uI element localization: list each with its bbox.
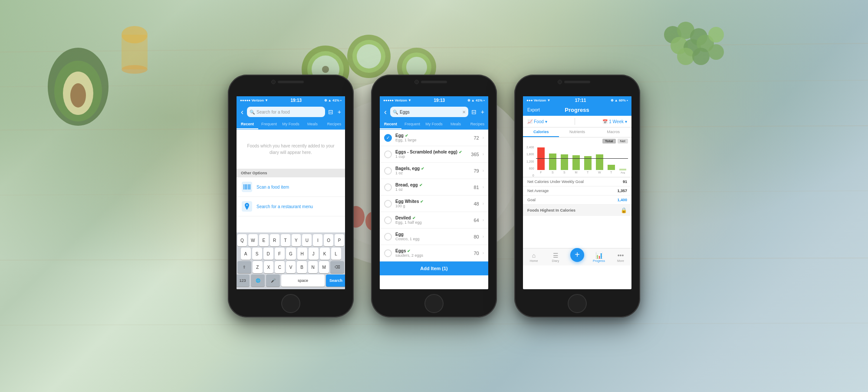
check-circle-1[interactable]: ✓ xyxy=(384,134,392,142)
search-icon-1: 🔍 xyxy=(250,110,255,114)
search-box-1[interactable]: 🔍 Search for a food xyxy=(247,107,325,117)
check-circle-8[interactable] xyxy=(384,249,392,257)
restaurant-menu-option[interactable]: Search for a restaurant menu xyxy=(237,197,345,216)
back-button-1[interactable]: ‹ xyxy=(239,108,245,117)
key-l[interactable]: L xyxy=(331,248,341,260)
add-plus-button[interactable]: + xyxy=(570,248,584,262)
food-arrow-4[interactable]: › xyxy=(483,185,484,189)
home-button-2[interactable] xyxy=(424,294,444,313)
check-circle-6[interactable] xyxy=(384,216,392,224)
key-h[interactable]: H xyxy=(297,248,307,260)
tab-recent-2[interactable]: Recent xyxy=(380,120,401,129)
food-item-1[interactable]: ✓ Egg ✔ Egg, 1 large 72 › xyxy=(380,130,488,146)
check-circle-2[interactable] xyxy=(384,150,392,158)
scan-food-option[interactable]: Scan a food item xyxy=(237,177,345,197)
add-icon-2[interactable]: + xyxy=(480,108,486,115)
key-n[interactable]: N xyxy=(308,261,318,273)
food-arrow-1[interactable]: › xyxy=(483,135,484,140)
key-delete[interactable]: ⌫ xyxy=(330,261,344,273)
filter-icon-2[interactable]: ⊟ xyxy=(470,108,478,115)
key-z[interactable]: Z xyxy=(253,261,263,273)
food-item-3[interactable]: Bagels, egg ✔ 1 oz 79 › xyxy=(380,163,488,179)
food-item-8[interactable]: Eggs ✔ sauders, 2 eggs 70 › xyxy=(380,245,488,261)
tab-frequent-2[interactable]: Frequent xyxy=(401,120,423,129)
key-shift[interactable]: ⇧ xyxy=(237,261,251,273)
food-arrow-8[interactable]: › xyxy=(483,251,484,255)
tab-recipes-2[interactable]: Recipes xyxy=(467,120,488,129)
food-calories-8: 70 xyxy=(473,251,479,256)
tab-myfoods-1[interactable]: My Foods xyxy=(280,120,302,129)
clear-search-2[interactable]: ✕ xyxy=(462,110,466,114)
key-123[interactable]: 123 xyxy=(237,274,250,287)
home-button-1[interactable] xyxy=(281,294,300,313)
stat-value-2: 1,357 xyxy=(617,189,627,193)
food-item-6[interactable]: Deviled ✔ Egg, 1 half egg 64 › xyxy=(380,212,488,229)
tab-frequent-1[interactable]: Frequent xyxy=(258,120,280,129)
key-i[interactable]: I xyxy=(313,234,322,246)
key-w[interactable]: W xyxy=(248,234,258,246)
key-q[interactable]: Q xyxy=(237,234,247,246)
key-j[interactable]: J xyxy=(309,248,319,260)
key-v[interactable]: V xyxy=(286,261,296,273)
key-a[interactable]: A xyxy=(241,248,251,260)
add-icon-1[interactable]: + xyxy=(336,108,342,115)
key-r[interactable]: R xyxy=(270,234,279,246)
food-item-2[interactable]: Eggs - Scrambled (whole egg) ✔ 1 cup 365… xyxy=(380,146,488,163)
food-arrow-3[interactable]: › xyxy=(483,168,484,173)
key-d[interactable]: D xyxy=(263,248,273,260)
key-globe[interactable]: 🌐 xyxy=(251,274,265,287)
key-mic[interactable]: 🎤 xyxy=(266,274,280,287)
nav-more[interactable]: ••• More xyxy=(610,248,631,265)
home-button-3[interactable] xyxy=(568,294,587,313)
key-u[interactable]: U xyxy=(302,234,312,246)
tab-macros[interactable]: Macros xyxy=(595,127,631,137)
tab-myfoods-2[interactable]: My Foods xyxy=(423,120,445,129)
key-g[interactable]: G xyxy=(286,248,296,260)
check-circle-5[interactable] xyxy=(384,200,392,208)
check-circle-7[interactable] xyxy=(384,233,392,241)
food-arrow-5[interactable]: › xyxy=(483,201,484,206)
key-x[interactable]: X xyxy=(264,261,274,273)
total-net-toggle: Total Net xyxy=(523,137,631,145)
nav-diary[interactable]: ☰ Diary xyxy=(545,248,566,265)
key-y[interactable]: Y xyxy=(292,234,301,246)
food-arrow-6[interactable]: › xyxy=(483,218,484,222)
filter-icon-1[interactable]: ⊟ xyxy=(327,108,335,115)
key-s[interactable]: S xyxy=(252,248,262,260)
tab-recent-1[interactable]: Recent xyxy=(237,120,258,129)
check-circle-3[interactable] xyxy=(384,167,392,175)
key-f[interactable]: F xyxy=(275,248,285,260)
key-e[interactable]: E xyxy=(259,234,269,246)
key-space[interactable]: space xyxy=(281,274,325,287)
nav-progress[interactable]: 📊 Progress xyxy=(588,248,610,265)
key-p[interactable]: P xyxy=(335,234,344,246)
tab-nutrients[interactable]: Nutrients xyxy=(559,127,595,137)
key-t[interactable]: T xyxy=(281,234,290,246)
nav-home[interactable]: ⌂ Home xyxy=(523,248,545,265)
food-item-7[interactable]: Egg Costco, 1 egg 80 › xyxy=(380,229,488,245)
key-o[interactable]: O xyxy=(324,234,333,246)
back-button-2[interactable]: ‹ xyxy=(382,108,388,117)
key-m[interactable]: M xyxy=(319,261,329,273)
check-circle-4[interactable] xyxy=(384,183,392,191)
tab-recipes-1[interactable]: Recipes xyxy=(323,120,345,129)
key-c[interactable]: C xyxy=(275,261,285,273)
key-search[interactable]: Search xyxy=(326,274,345,287)
tab-meals-2[interactable]: Meals xyxy=(445,120,467,129)
add-item-button[interactable]: Add Item (1) xyxy=(380,261,488,275)
key-b[interactable]: B xyxy=(297,261,307,273)
net-btn[interactable]: Net xyxy=(618,139,628,144)
key-k[interactable]: K xyxy=(320,248,330,260)
week-filter[interactable]: 📅 1 Week ▾ xyxy=(602,119,627,124)
food-arrow-2[interactable]: › xyxy=(483,152,484,157)
nav-add[interactable]: + xyxy=(566,248,588,265)
food-item-5[interactable]: Egg Whites ✔ 100 g 48 › xyxy=(380,196,488,212)
tab-calories[interactable]: Calories xyxy=(523,127,559,137)
total-btn[interactable]: Total xyxy=(602,139,616,144)
export-button[interactable]: Export xyxy=(527,108,540,112)
tab-meals-1[interactable]: Meals xyxy=(302,120,323,129)
food-item-4[interactable]: Bread, egg ✔ 1 oz 81 › xyxy=(380,179,488,196)
search-box-2[interactable]: 🔍 Eggs ✕ xyxy=(390,107,468,117)
food-arrow-7[interactable]: › xyxy=(483,234,484,239)
food-filter[interactable]: 📈 Food ▾ xyxy=(527,119,547,124)
